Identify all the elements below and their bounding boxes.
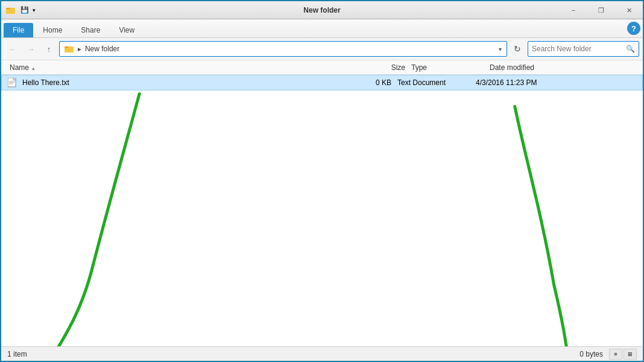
file-type: Text Document xyxy=(397,78,476,87)
column-headers: Name ▲ Size Type Date modified xyxy=(1,60,643,75)
window-icon xyxy=(6,6,16,14)
address-dropdown-arrow[interactable]: ▾ xyxy=(499,46,502,52)
item-count: 1 item xyxy=(7,350,27,358)
ribbon: File Home Share View ? xyxy=(1,19,643,38)
tab-home[interactable]: Home xyxy=(34,23,71,37)
annotation-arrows xyxy=(1,75,643,361)
address-folder-icon xyxy=(65,45,74,53)
table-row[interactable]: Hello There.txt 0 KB Text Document 4/3/2… xyxy=(1,75,643,91)
status-right: 0 bytes ≡ ⊞ xyxy=(579,349,637,360)
file-area: Hello There.txt 0 KB Text Document 4/3/2… xyxy=(1,75,643,361)
search-box[interactable]: 🔍 xyxy=(528,41,639,57)
svg-rect-1 xyxy=(6,8,10,9)
tab-file[interactable]: File xyxy=(4,23,33,37)
large-icons-view-button[interactable]: ⊞ xyxy=(623,349,637,360)
back-button[interactable]: ← xyxy=(5,42,21,56)
up-button[interactable]: ↑ xyxy=(41,42,57,56)
col-header-name[interactable]: Name ▲ xyxy=(7,63,357,72)
file-icon xyxy=(8,77,19,88)
window-title: New folder xyxy=(303,6,340,14)
file-date: 4/3/2016 11:23 PM xyxy=(476,78,596,87)
search-icon: 🔍 xyxy=(626,45,635,53)
file-size: 0 KB xyxy=(343,78,397,87)
file-name-cell: Hello There.txt xyxy=(8,77,343,88)
txt-file-icon xyxy=(8,78,16,87)
help-button[interactable]: ? xyxy=(627,22,640,35)
forward-button[interactable]: → xyxy=(23,42,39,56)
close-button[interactable]: ✕ xyxy=(615,1,643,19)
address-bar: ← → ↑ ► New folder ▾ ↻ 🔍 xyxy=(1,38,643,60)
tab-share[interactable]: Share xyxy=(72,23,109,37)
quick-access-save[interactable]: 💾 xyxy=(18,6,31,14)
details-view-button[interactable]: ≡ xyxy=(609,349,622,360)
refresh-button[interactable]: ↻ xyxy=(510,41,525,57)
address-field[interactable]: ► New folder ▾ xyxy=(59,41,507,57)
minimize-button[interactable]: − xyxy=(560,1,587,19)
title-bar: 💾 ▾ New folder − ❐ ✕ xyxy=(1,1,643,19)
search-input[interactable] xyxy=(532,45,626,53)
window-controls: − ❐ ✕ xyxy=(560,1,643,19)
col-header-date[interactable]: Date modified xyxy=(490,63,610,72)
tab-view[interactable]: View xyxy=(110,23,144,37)
ribbon-tabs: File Home Share View ? xyxy=(1,19,643,37)
svg-rect-3 xyxy=(65,46,69,48)
sort-arrow: ▲ xyxy=(31,66,36,71)
path-separator: ► xyxy=(77,46,83,52)
item-size: 0 bytes xyxy=(579,350,603,358)
restore-button[interactable]: ❐ xyxy=(587,1,615,19)
file-name: Hello There.txt xyxy=(22,78,69,87)
status-bar: 1 item 0 bytes ≡ ⊞ xyxy=(1,346,643,361)
col-header-size[interactable]: Size xyxy=(357,63,411,72)
path-text: New folder xyxy=(85,45,119,53)
col-header-type[interactable]: Type xyxy=(411,63,490,72)
explorer-window: 💾 ▾ New folder − ❐ ✕ File Home Share Vie… xyxy=(0,0,644,362)
view-buttons: ≡ ⊞ xyxy=(609,349,637,360)
quick-access-dropdown[interactable]: ▾ xyxy=(31,7,37,13)
